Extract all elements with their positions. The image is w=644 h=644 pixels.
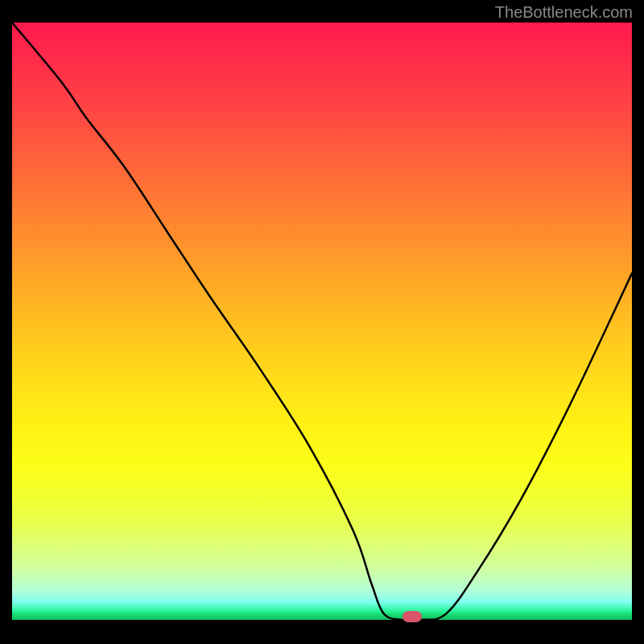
optimal-point-marker [402,611,422,622]
watermark-text: TheBottleneck.com [495,3,633,22]
chart-plot-area [12,23,632,620]
bottleneck-curve-line [12,23,632,620]
chart-curve-svg [12,23,632,620]
